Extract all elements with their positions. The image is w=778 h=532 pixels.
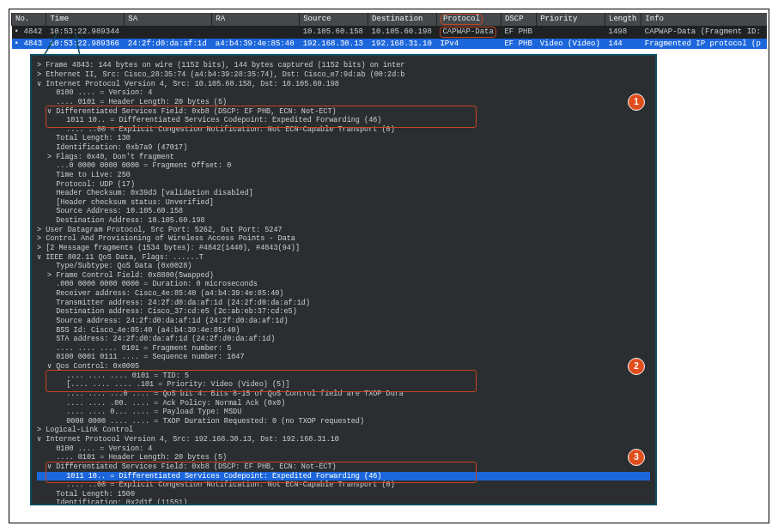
cell-src: 10.105.60.158: [300, 26, 368, 39]
detail-line[interactable]: .... 0101 = Header Length: 20 bytes (5): [37, 98, 650, 107]
detail-line[interactable]: Identification: 0x2d1f (11551): [37, 499, 650, 505]
detail-line[interactable]: .000 0000 0000 0000 = Duration: 0 micros…: [37, 280, 650, 289]
detail-line[interactable]: Total Length: 1500: [37, 490, 650, 499]
cell-len: 144: [605, 39, 641, 50]
cell-sa: 24:2f:d0:da:af:1d: [125, 39, 212, 50]
detail-line[interactable]: [.... .... .... .101 = Priority: Video (…: [37, 380, 650, 390]
detail-line[interactable]: ∨ Internet Protocol Version 4, Src: 10.1…: [37, 80, 650, 89]
detail-line[interactable]: ...0 0000 0000 0000 = Fragment Offset: 0: [37, 161, 650, 171]
detail-line[interactable]: Header Checksum: 0x39d3 [validation disa…: [37, 189, 650, 198]
detail-line[interactable]: .... .... .... 0101 = Fragment number: 5: [37, 344, 650, 354]
cell-dst: 10.105.60.198: [368, 26, 437, 39]
cell-info: Fragmented IP protocol (p: [641, 39, 767, 50]
packet-list-table[interactable]: No.TimeSARASourceDestinationProtocolDSCP…: [11, 13, 767, 49]
detail-line[interactable]: Source Address: 10.105.60.158: [37, 207, 650, 216]
detail-line[interactable]: > Frame Control Field: 0x8800(Swapped): [37, 271, 650, 281]
packet-row[interactable]: •484210:53:22.98934410.105.60.15810.105.…: [12, 26, 768, 39]
detail-line[interactable]: ∨ IEEE 802.11 QoS Data, Flags: ......T: [37, 253, 650, 263]
detail-line[interactable]: STA address: 24:2f:d0:da:af:1d (24:2f:d0…: [37, 335, 650, 344]
cell-proto: CAPWAP-Data: [436, 26, 501, 39]
detail-line[interactable]: 0100 0001 0111 .... = Sequence number: 1…: [37, 353, 650, 362]
col-dscp[interactable]: DSCP: [501, 13, 536, 26]
detail-line[interactable]: .... 0101 = Header Length: 20 bytes (5): [37, 453, 650, 462]
detail-line[interactable]: .... .... 0... .... = Payload Type: MSDU: [37, 408, 650, 417]
detail-line[interactable]: ∨ Internet Protocol Version 4, Src: 192.…: [37, 435, 650, 444]
detail-line[interactable]: 0000 0000 .... .... = TXOP Duration Requ…: [37, 417, 650, 426]
detail-line[interactable]: .... .... .00. .... = Ack Policy: Normal…: [37, 399, 650, 408]
capture-container: No.TimeSARASourceDestinationProtocolDSCP…: [9, 9, 769, 523]
detail-line[interactable]: > User Datagram Protocol, Src Port: 5262…: [37, 226, 650, 235]
cell-len: 1498: [605, 26, 641, 39]
detail-line[interactable]: Type/Subtype: QoS Data (0x0028): [37, 262, 650, 271]
cell-src: 192.168.30.13: [300, 39, 368, 50]
col-ra[interactable]: RA: [212, 13, 300, 26]
detail-line[interactable]: > Frame 4843: 144 bytes on wire (1152 bi…: [37, 61, 650, 70]
detail-line[interactable]: 1011 10.. = Differentiated Services Code…: [37, 472, 650, 481]
cell-info: CAPWAP-Data (Fragment ID:: [641, 26, 767, 39]
detail-line[interactable]: 1011 10.. = Differentiated Services Code…: [37, 116, 650, 125]
cell-proto: IPv4: [436, 39, 501, 50]
cell-dscp: EF PHB: [501, 39, 536, 50]
detail-line[interactable]: Transmitter address: 24:2f:d0:da:af:1d (…: [37, 299, 650, 308]
detail-line[interactable]: > Logical-Link Control: [37, 426, 650, 435]
detail-line[interactable]: Identification: 0xb7a9 (47017): [37, 143, 650, 153]
detail-line[interactable]: Receiver address: Cisco_4e:85:40 (a4:b4:…: [37, 289, 650, 299]
detail-line[interactable]: Total Length: 130: [37, 134, 650, 143]
detail-line[interactable]: > [2 Message fragments (1534 bytes): #48…: [37, 244, 650, 253]
cell-prio: [537, 26, 605, 39]
cell-sa: [125, 26, 212, 39]
col-length[interactable]: Length: [605, 13, 641, 26]
col-sa[interactable]: SA: [125, 13, 212, 26]
detail-line[interactable]: 0100 .... = Version: 4: [37, 444, 650, 454]
detail-line[interactable]: .... ..00 = Explicit Congestion Notifica…: [37, 481, 650, 490]
detail-line[interactable]: [Header checksum status: Unverified]: [37, 198, 650, 208]
detail-line[interactable]: ∨ Qos Control: 0x0005: [37, 362, 650, 372]
col-no[interactable]: No.: [12, 13, 46, 26]
col-info[interactable]: Info: [641, 13, 767, 26]
col-time[interactable]: Time: [46, 13, 125, 26]
detail-line[interactable]: BSS Id: Cisco_4e:85:40 (a4:b4:39:4e:85:4…: [37, 326, 650, 336]
col-priority[interactable]: Priority: [537, 13, 605, 26]
detail-line[interactable]: > Control And Provisioning of Wireless A…: [37, 234, 650, 244]
detail-line[interactable]: > Flags: 0x40, Don't fragment: [37, 153, 650, 162]
detail-line[interactable]: ∨ Differentiated Services Field: 0xb8 (D…: [37, 462, 650, 472]
col-source[interactable]: Source: [300, 13, 368, 26]
detail-line[interactable]: Protocol: UDP (17): [37, 180, 650, 190]
cell-ra: [212, 26, 300, 39]
detail-line[interactable]: Time to Live: 250: [37, 171, 650, 180]
cell-dscp: EF PHB: [501, 26, 536, 39]
cell-ra: a4:b4:39:4e:85:40: [212, 39, 300, 50]
col-destination[interactable]: Destination: [368, 13, 437, 26]
detail-line[interactable]: .... .... ...0 .... = QoS bit 4: Bits 8-…: [37, 390, 650, 399]
detail-line[interactable]: .... .... .... 0101 = TID: 5: [37, 372, 650, 381]
detail-line[interactable]: Source address: 24:2f:d0:da:af:1d (24:2f…: [37, 317, 650, 326]
detail-line[interactable]: ∨ Differentiated Services Field: 0xb8 (D…: [37, 107, 650, 117]
detail-line[interactable]: Destination address: Cisco_37:cd:e5 (2c:…: [37, 307, 650, 317]
detail-line[interactable]: .... ..00 = Explicit Congestion Notifica…: [37, 125, 650, 135]
packet-row[interactable]: •484310:53:22.98936624:2f:d0:da:af:1da4:…: [12, 39, 768, 50]
packet-detail-panel[interactable]: > Frame 4843: 144 bytes on wire (1152 bi…: [30, 54, 657, 505]
detail-line[interactable]: 0100 .... = Version: 4: [37, 88, 650, 98]
col-protocol[interactable]: Protocol: [436, 13, 501, 26]
detail-line[interactable]: Destination Address: 10.105.60.198: [37, 216, 650, 226]
cell-dst: 192.168.31.10: [368, 39, 437, 50]
detail-line[interactable]: > Ethernet II, Src: Cisco_28:35:74 (a4:b…: [37, 70, 650, 80]
packet-list-header: No.TimeSARASourceDestinationProtocolDSCP…: [12, 13, 768, 26]
cell-prio: Video (Video): [537, 39, 605, 50]
